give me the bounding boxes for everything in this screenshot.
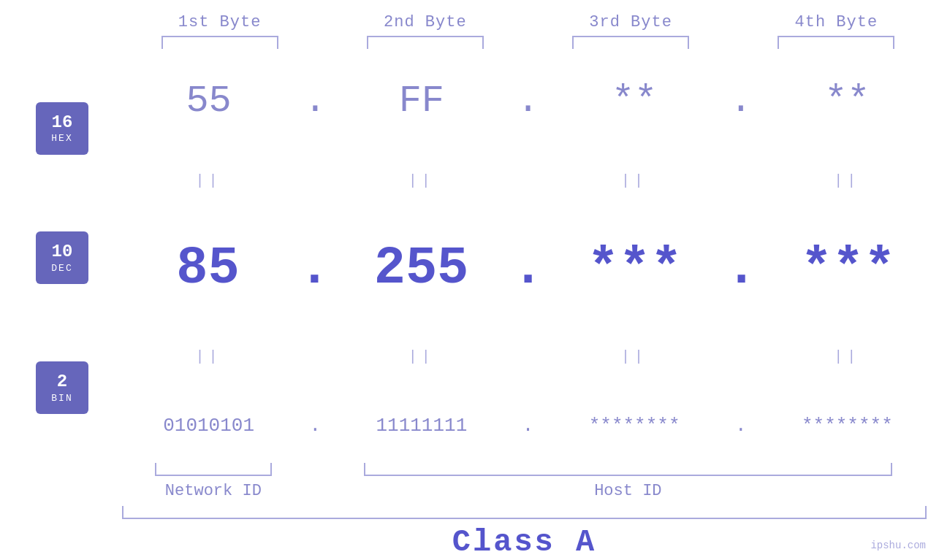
values-grid: 55 . FF . ** . ** || || || || 85	[117, 56, 939, 460]
host-bracket-container	[317, 463, 939, 476]
bin-b4: ********	[756, 415, 939, 437]
byte4-header: 4th Byte	[734, 13, 939, 31]
divider-row-2: || || || ||	[117, 345, 939, 367]
bracket-cell-4	[734, 36, 939, 49]
hex-b2: FF	[330, 80, 513, 123]
main-area: 16 HEX 10 DEC 2 BIN 55 . FF . ** . **	[0, 56, 939, 460]
hex-b3: **	[543, 80, 726, 123]
bottom-area: Network ID Host ID Class A	[0, 463, 939, 560]
bin-badge-label: BIN	[51, 393, 72, 404]
bracket-cell-1	[117, 36, 322, 49]
byte3-header: 3rd Byte	[528, 13, 734, 31]
hex-dot3: .	[726, 80, 756, 123]
divider-2-b2: ||	[330, 348, 513, 365]
badges-column: 16 HEX 10 DEC 2 BIN	[7, 56, 117, 460]
section-brackets	[110, 463, 939, 476]
bin-b2: 11111111	[330, 415, 513, 437]
dec-dot3: .	[726, 239, 757, 299]
bin-dot1: .	[300, 415, 330, 437]
network-id-label: Network ID	[110, 482, 317, 500]
bracket-cell-2	[322, 36, 528, 49]
dec-b2: 255	[330, 239, 512, 299]
big-bracket-container	[110, 506, 939, 519]
dec-b1: 85	[117, 239, 299, 299]
divider-row-1: || || || ||	[117, 170, 939, 192]
hex-dot1: .	[300, 80, 330, 123]
host-bracket	[364, 463, 893, 476]
divider-1-b4: ||	[756, 172, 939, 189]
hex-row: 55 . FF . ** . **	[117, 80, 939, 123]
byte-headers: 1st Byte 2nd Byte 3rd Byte 4th Byte	[0, 13, 939, 31]
bracket-top-3	[572, 36, 689, 49]
watermark: ipshu.com	[870, 540, 926, 551]
id-labels-row: Network ID Host ID	[110, 482, 939, 500]
hex-badge-label: HEX	[51, 133, 72, 145]
hex-dot2: .	[514, 80, 543, 123]
network-bracket	[155, 463, 272, 476]
bracket-top-2	[367, 36, 484, 49]
dec-dot1: .	[299, 239, 330, 299]
bin-dot3: .	[726, 415, 756, 437]
host-id-label: Host ID	[317, 482, 939, 500]
top-brackets	[0, 36, 939, 49]
bin-dot2: .	[514, 415, 543, 437]
divider-1-b2: ||	[330, 172, 513, 189]
hex-badge-num: 16	[52, 112, 73, 134]
network-bracket-container	[110, 463, 317, 476]
byte1-header: 1st Byte	[117, 13, 322, 31]
dec-badge-label: DEC	[51, 263, 72, 275]
divider-2-b3: ||	[543, 348, 726, 365]
hex-badge: 16 HEX	[36, 102, 88, 155]
divider-1-b3: ||	[543, 172, 726, 189]
dec-badge-num: 10	[52, 242, 73, 263]
big-bracket	[122, 506, 927, 519]
hex-b1: 55	[117, 80, 300, 123]
main-container: 1st Byte 2nd Byte 3rd Byte 4th Byte 16 H…	[0, 0, 939, 560]
class-label: Class A	[452, 525, 596, 560]
divider-2-b1: ||	[117, 348, 300, 365]
bin-badge: 2 BIN	[36, 361, 88, 414]
dec-row: 85 . 255 . *** . ***	[117, 239, 939, 299]
bracket-top-4	[778, 36, 894, 49]
bin-badge-num: 2	[57, 372, 67, 393]
class-label-row: Class A	[110, 525, 939, 560]
dec-b4: ***	[757, 239, 939, 299]
bracket-top-1	[161, 36, 278, 49]
divider-2-b4: ||	[756, 348, 939, 365]
bin-row: 01010101 . 11111111 . ******** . *******…	[117, 415, 939, 437]
dec-badge: 10 DEC	[36, 231, 88, 284]
bracket-cell-3	[528, 36, 734, 49]
bin-b1: 01010101	[117, 415, 300, 437]
byte2-header: 2nd Byte	[322, 13, 528, 31]
bin-b3: ********	[543, 415, 726, 437]
dec-b3: ***	[544, 239, 726, 299]
hex-b4: **	[756, 80, 939, 123]
divider-1-b1: ||	[117, 172, 300, 189]
dec-dot2: .	[512, 239, 544, 299]
